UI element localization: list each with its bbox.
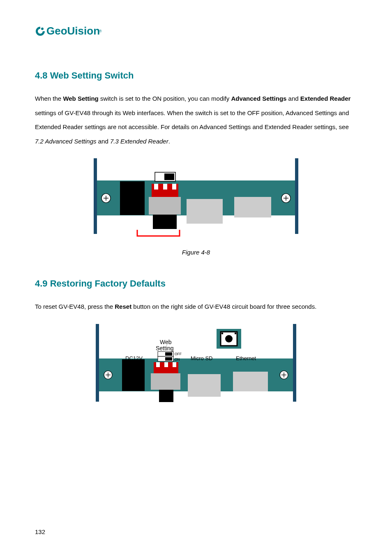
- svg-rect-8: [154, 184, 158, 190]
- diagram-reset: Web Setting OFF ON: [35, 321, 357, 405]
- svg-rect-41: [188, 374, 221, 397]
- section-title-web-setting: 4.8 Web Setting Switch: [35, 70, 357, 81]
- microsd-label: Micro SD: [190, 173, 215, 180]
- section2-body: To reset GV-EV48, press the Reset button…: [35, 300, 357, 314]
- svg-rect-25: [122, 359, 145, 391]
- svg-rect-15: [234, 197, 271, 217]
- logo-icon: [35, 26, 46, 37]
- svg-rect-12: [149, 197, 181, 215]
- page-number: 132: [35, 528, 45, 535]
- logo-tm: ®: [99, 29, 102, 33]
- svg-rect-37: [173, 362, 176, 367]
- svg-rect-38: [154, 367, 178, 373]
- svg-point-45: [225, 335, 233, 342]
- svg-text:DC12V: DC12V: [125, 355, 143, 361]
- svg-rect-11: [152, 190, 178, 197]
- svg-rect-42: [233, 372, 268, 391]
- svg-text:Setting: Setting: [156, 345, 174, 352]
- svg-rect-46: [221, 333, 223, 334]
- section-title-restoring: 4.9 Restoring Factory Defaults: [35, 278, 357, 289]
- ethernet-label: Ethernet: [236, 173, 260, 180]
- svg-rect-29: [165, 352, 172, 356]
- svg-rect-47: [235, 333, 236, 334]
- logo-text: GeoUision: [46, 25, 100, 37]
- diagram-web-setting: DC12V Micro SD Ethernet: [35, 156, 357, 240]
- svg-text:ON: ON: [175, 357, 180, 361]
- svg-rect-32: [165, 357, 172, 361]
- svg-text:Ethernet: Ethernet: [236, 355, 256, 361]
- svg-rect-39: [151, 373, 180, 390]
- svg-rect-9: [163, 184, 167, 190]
- figure-4-8-label: Figure 4-8: [35, 249, 357, 256]
- logo: GeoUision ®: [35, 25, 357, 37]
- svg-rect-36: [164, 362, 168, 367]
- dc12v-label: DC12V: [124, 173, 144, 180]
- svg-text:OFF: OFF: [175, 352, 182, 356]
- svg-rect-14: [187, 199, 223, 224]
- svg-point-0: [41, 28, 44, 30]
- svg-text:Micro SD: Micro SD: [191, 355, 212, 361]
- svg-rect-4: [120, 181, 145, 215]
- svg-rect-10: [172, 184, 176, 190]
- svg-rect-6: [164, 173, 174, 180]
- section1-body: When the Web Setting switch is set to th…: [35, 92, 357, 148]
- svg-text:Web: Web: [160, 339, 172, 345]
- svg-rect-13: [153, 215, 177, 229]
- svg-rect-40: [159, 390, 173, 402]
- svg-rect-35: [156, 362, 160, 367]
